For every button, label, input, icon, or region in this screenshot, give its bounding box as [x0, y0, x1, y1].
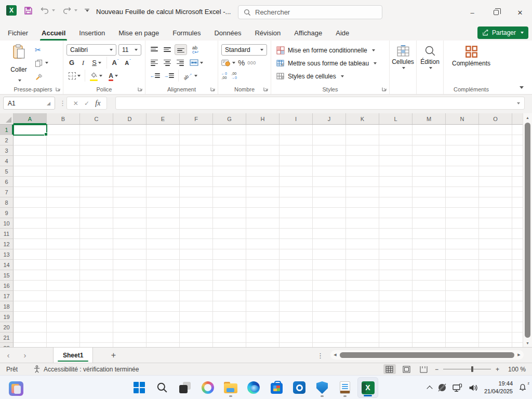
- cell[interactable]: [80, 343, 113, 347]
- zoom-level[interactable]: 100 %: [504, 366, 526, 373]
- tab-donnees[interactable]: Données: [207, 25, 248, 41]
- align-left-button[interactable]: [149, 57, 160, 68]
- cell[interactable]: [47, 312, 80, 322]
- cell[interactable]: [80, 135, 113, 145]
- cell[interactable]: [479, 332, 512, 343]
- scroll-up-icon[interactable]: ▲: [523, 113, 532, 122]
- cell[interactable]: [147, 291, 180, 301]
- cell[interactable]: [180, 343, 213, 347]
- cell[interactable]: [113, 312, 147, 322]
- align-right-button[interactable]: [175, 57, 186, 68]
- cell[interactable]: [313, 125, 346, 135]
- cancel-icon[interactable]: ✕: [73, 100, 78, 107]
- tab-insertion[interactable]: Insertion: [72, 25, 112, 41]
- cell[interactable]: [246, 291, 280, 301]
- cell[interactable]: [413, 332, 446, 343]
- row-header-21[interactable]: 21: [0, 332, 14, 343]
- cell[interactable]: [512, 260, 523, 270]
- cell[interactable]: [346, 260, 379, 270]
- cell[interactable]: [280, 156, 313, 166]
- tab-mise-en-page[interactable]: Mise en page: [112, 25, 166, 41]
- cell[interactable]: [213, 291, 246, 301]
- cell[interactable]: [346, 177, 379, 187]
- cell[interactable]: [379, 249, 413, 260]
- row-header-1[interactable]: 1: [0, 125, 14, 135]
- cell[interactable]: [213, 125, 246, 135]
- column-header-F[interactable]: F: [180, 113, 213, 124]
- cell[interactable]: [313, 229, 346, 239]
- increase-indent-button[interactable]: →: [163, 70, 175, 81]
- cell[interactable]: [14, 332, 47, 343]
- cell[interactable]: [346, 187, 379, 197]
- cell[interactable]: [47, 218, 80, 229]
- align-bottom-button[interactable]: [175, 44, 187, 55]
- cell[interactable]: [479, 187, 512, 197]
- cell[interactable]: [47, 239, 80, 249]
- cell[interactable]: [113, 332, 147, 343]
- row-header-11[interactable]: 11: [0, 229, 14, 239]
- cell[interactable]: [379, 208, 413, 218]
- cell[interactable]: [213, 260, 246, 270]
- cell[interactable]: [14, 208, 47, 218]
- cell[interactable]: [313, 156, 346, 166]
- select-all-corner[interactable]: [0, 113, 14, 124]
- cell[interactable]: [280, 332, 313, 343]
- cell[interactable]: [80, 177, 113, 187]
- cell[interactable]: [14, 239, 47, 249]
- cell[interactable]: [113, 187, 147, 197]
- column-header-K[interactable]: K: [346, 113, 379, 124]
- outlook-button[interactable]: [289, 377, 310, 398]
- cell[interactable]: [147, 187, 180, 197]
- cell[interactable]: [47, 135, 80, 145]
- cell[interactable]: [446, 218, 479, 229]
- cell[interactable]: [346, 145, 379, 156]
- cell[interactable]: [446, 125, 479, 135]
- column-header-partial[interactable]: [512, 113, 523, 124]
- zoom-out-button[interactable]: −: [435, 366, 438, 373]
- widgets-button[interactable]: [7, 380, 25, 397]
- cell[interactable]: [313, 197, 346, 208]
- cell[interactable]: [446, 322, 479, 332]
- cell[interactable]: [113, 229, 147, 239]
- alignment-dialog-launcher[interactable]: [210, 86, 216, 91]
- cell[interactable]: [413, 322, 446, 332]
- redo-chevron-icon[interactable]: [74, 9, 77, 11]
- cell[interactable]: [80, 332, 113, 343]
- cell[interactable]: [313, 208, 346, 218]
- cell[interactable]: [47, 229, 80, 239]
- cell[interactable]: [147, 218, 180, 229]
- cell[interactable]: [14, 145, 47, 156]
- cell[interactable]: [446, 187, 479, 197]
- percent-style-button[interactable]: %: [238, 58, 245, 67]
- copy-button[interactable]: [33, 57, 50, 69]
- add-sheet-button[interactable]: +: [104, 348, 122, 363]
- excel-app-icon[interactable]: X: [6, 5, 17, 16]
- cell[interactable]: [213, 135, 246, 145]
- column-header-M[interactable]: M: [413, 113, 446, 124]
- sheet-tab-sheet1[interactable]: Sheet1: [53, 348, 93, 363]
- cell[interactable]: [512, 322, 523, 332]
- cell[interactable]: [280, 218, 313, 229]
- column-header-C[interactable]: C: [80, 113, 113, 124]
- editing-button[interactable]: Édition: [420, 43, 440, 85]
- cell[interactable]: [379, 229, 413, 239]
- cell[interactable]: [47, 249, 80, 260]
- tray-clock[interactable]: 19:44 21/04/2025: [484, 380, 513, 395]
- cell[interactable]: [479, 218, 512, 229]
- cell[interactable]: [80, 145, 113, 156]
- cell[interactable]: [479, 145, 512, 156]
- cell[interactable]: [180, 145, 213, 156]
- cell[interactable]: [413, 229, 446, 239]
- cell[interactable]: [14, 187, 47, 197]
- cell[interactable]: [113, 249, 147, 260]
- tab-fichier[interactable]: Fichier: [1, 25, 35, 41]
- comma-style-button[interactable]: 000: [247, 60, 256, 65]
- cell[interactable]: [213, 270, 246, 281]
- cell[interactable]: [479, 125, 512, 135]
- cell[interactable]: [14, 125, 47, 135]
- row-header-22[interactable]: 22: [0, 343, 14, 347]
- cell[interactable]: [180, 291, 213, 301]
- align-middle-button[interactable]: [162, 44, 173, 55]
- cell[interactable]: [280, 229, 313, 239]
- cell[interactable]: [180, 197, 213, 208]
